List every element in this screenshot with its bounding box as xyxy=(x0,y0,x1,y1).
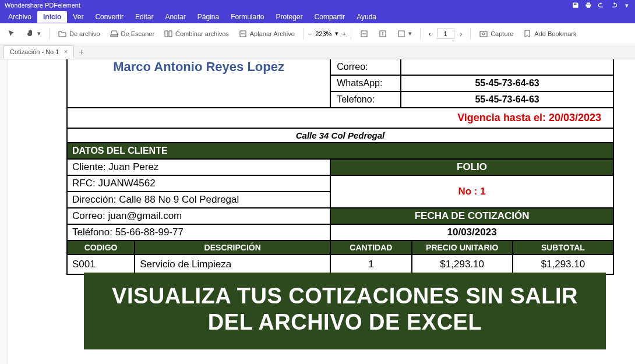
svg-rect-2 xyxy=(398,31,404,37)
bookmark-button[interactable]: Add Bookmark xyxy=(519,27,580,40)
from-scanner-button[interactable]: De Escaner xyxy=(106,27,158,40)
menu-ver[interactable]: Ver xyxy=(67,11,89,23)
zoom-dropdown[interactable]: ▾ xyxy=(335,30,338,37)
col-descripcion: DESCRIPCIÓN xyxy=(204,243,261,252)
item-desc: Servicio de Limpieza xyxy=(140,259,231,270)
titlebar: Wondershare PDFelement ▾ xyxy=(0,0,635,10)
print-icon[interactable] xyxy=(585,2,592,9)
from-file-label: De archivo xyxy=(69,30,100,37)
actual-size-button[interactable]: ▾ xyxy=(393,27,415,40)
quick-access: ▾ xyxy=(572,2,630,9)
fecha-header: FECHA DE COTIZACIÓN xyxy=(415,210,530,221)
capture-icon xyxy=(479,29,488,38)
tab-title: Cotización - No 1 xyxy=(10,48,59,55)
page-number-input[interactable] xyxy=(437,29,454,39)
client-rfc: RFC: JUANW4562 xyxy=(72,178,156,189)
app-title: Wondershare PDFelement xyxy=(5,2,80,9)
menu-anotar[interactable]: Anotar xyxy=(159,11,191,23)
svg-point-4 xyxy=(482,33,485,35)
item-subtotal: $1,293.10 xyxy=(541,259,585,270)
scanner-icon xyxy=(110,29,119,38)
separator xyxy=(470,28,471,40)
zoom-level: 223% xyxy=(315,30,331,37)
bookmark-icon xyxy=(523,29,532,38)
new-tab-button[interactable]: + xyxy=(74,45,88,58)
folder-icon xyxy=(58,29,67,38)
item-qty: 1 xyxy=(368,259,373,270)
tabbar: Cotización - No 1 × + xyxy=(0,44,635,59)
document-tab[interactable]: Cotización - No 1 × xyxy=(3,45,74,58)
dropdown-icon[interactable]: ▾ xyxy=(623,2,630,9)
hand-tool[interactable]: ▾ xyxy=(22,27,44,40)
zoom-in-button[interactable]: + xyxy=(342,30,345,37)
fit-page-button[interactable] xyxy=(375,27,391,40)
combine-button[interactable]: Combinar archivos xyxy=(160,27,232,40)
telefono-label: Telefono: xyxy=(337,94,375,104)
hand-icon xyxy=(26,29,35,38)
vendor-address: Calle 34 Col Pedregal xyxy=(296,130,385,140)
correo-label: Correo: xyxy=(337,62,368,72)
fecha-value: 10/03/2023 xyxy=(447,227,497,238)
vigencia-text: Vigencia hasta el: 20/03/2023 xyxy=(457,112,601,123)
quotation-document: Marco Antonio Reyes Lopez Correo: WhatsA… xyxy=(66,59,614,275)
item-code: S001 xyxy=(72,259,96,270)
capture-button[interactable]: Capture xyxy=(475,27,517,40)
separator xyxy=(351,28,351,40)
from-scanner-label: De Escaner xyxy=(121,30,154,37)
menu-convertir[interactable]: Convertir xyxy=(89,11,129,23)
flatten-button[interactable]: Aplanar Archivo xyxy=(235,27,298,40)
fit-width-icon xyxy=(359,29,369,38)
redo-icon[interactable] xyxy=(611,2,618,9)
bookmark-label: Add Bookmark xyxy=(534,30,576,37)
svg-rect-3 xyxy=(480,31,487,37)
telefono-value: 55-45-73-64-63 xyxy=(475,94,539,104)
vendor-name: Marco Antonio Reyes Lopez xyxy=(113,59,284,74)
save-icon[interactable] xyxy=(572,2,579,9)
document-canvas[interactable]: Marco Antonio Reyes Lopez Correo: WhatsA… xyxy=(8,59,635,364)
undo-icon[interactable] xyxy=(598,2,605,9)
next-page-button[interactable]: › xyxy=(457,30,466,37)
menu-proteger[interactable]: Proteger xyxy=(270,11,309,23)
chevron-down-icon: ▾ xyxy=(408,30,412,37)
menu-inicio[interactable]: Inicio xyxy=(37,11,67,23)
fit-width-button[interactable] xyxy=(356,27,372,40)
client-email: Correo: juan@gmail.com xyxy=(72,210,182,221)
fit-page-icon xyxy=(378,29,387,38)
menu-pagina[interactable]: Página xyxy=(192,11,225,23)
table-row: S001 Servicio de Limpieza 1 $1,293.10 $1… xyxy=(67,255,613,274)
combine-label: Combinar archivos xyxy=(175,30,229,37)
col-cantidad: CANTIDAD xyxy=(350,243,392,252)
separator xyxy=(49,28,50,40)
zoom-out-button[interactable]: − xyxy=(308,30,312,37)
separator xyxy=(420,28,421,40)
folio-header: FOLIO xyxy=(457,161,487,172)
promo-overlay: VISUALIZA TUS COTIZACIONES SIN SALIR DEL… xyxy=(84,273,606,349)
actual-size-icon xyxy=(397,29,406,38)
capture-label: Capture xyxy=(491,30,513,37)
menu-editar[interactable]: Editar xyxy=(129,11,159,23)
whatsapp-value: 55-45-73-64-63 xyxy=(475,78,539,88)
chevron-down-icon: ▾ xyxy=(37,30,41,37)
toolbar: ▾ De archivo De Escaner Combinar archivo… xyxy=(0,23,635,44)
prev-page-button[interactable]: ‹ xyxy=(425,30,435,37)
menu-formulario[interactable]: Formulario xyxy=(225,11,270,23)
whatsapp-label: WhatsApp: xyxy=(337,78,382,88)
col-subtotal: SUBTOTAL xyxy=(541,243,585,252)
overlay-text: VISUALIZA TUS COTIZACIONES SIN SALIR DEL… xyxy=(112,284,578,334)
from-file-button[interactable]: De archivo xyxy=(54,27,104,40)
folio-number: No : 1 xyxy=(458,186,485,197)
item-price: $1,293.10 xyxy=(440,259,484,270)
menu-archivo[interactable]: Archivo xyxy=(2,11,37,23)
cursor-tool[interactable] xyxy=(3,27,20,40)
client-phone: Teléfono: 55-66-88-99-77 xyxy=(72,227,184,238)
flatten-label: Aplanar Archivo xyxy=(250,30,295,37)
cursor-icon xyxy=(7,29,16,38)
menu-ayuda[interactable]: Ayuda xyxy=(351,11,382,23)
client-address: Dirección: Calle 88 No 9 Col Pedregal xyxy=(72,194,239,205)
close-icon[interactable]: × xyxy=(63,48,68,56)
document-area: Marco Antonio Reyes Lopez Correo: WhatsA… xyxy=(0,59,635,364)
thumbnail-panel[interactable] xyxy=(0,59,8,364)
menu-compartir[interactable]: Compartir xyxy=(309,11,351,23)
client-section-header: DATOS DEL CLIENTE xyxy=(72,146,168,156)
zoom-controls: − 223% ▾ + xyxy=(308,30,346,37)
